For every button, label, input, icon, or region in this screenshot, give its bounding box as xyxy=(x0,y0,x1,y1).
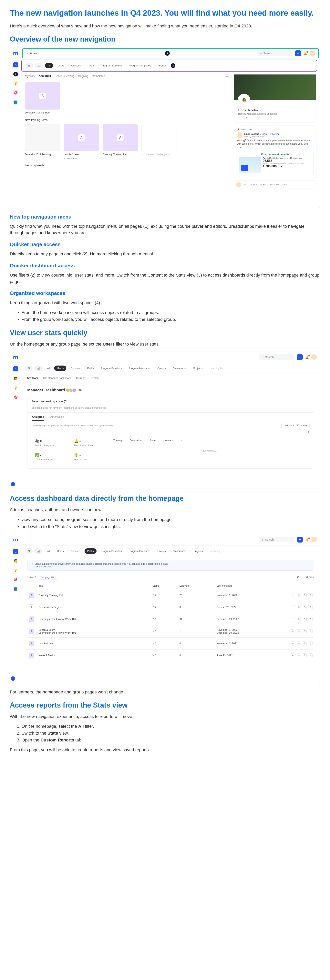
tab-overflow[interactable]: ⋯ xyxy=(225,75,230,79)
sidebar-home[interactable]: ⌂ xyxy=(13,549,18,554)
more-info-link[interactable]: More information xyxy=(35,565,52,568)
action-add[interactable]: + xyxy=(291,617,295,621)
create-button[interactable]: + xyxy=(295,50,301,56)
table-row[interactable]: A Week 1 Basics 1 0 June 13, 2022 + ⎘ ✎ … xyxy=(27,649,314,661)
action-delete[interactable]: 🗑 xyxy=(309,593,312,597)
perpage-select[interactable]: Per page 20 ⌄ xyxy=(39,575,58,579)
training-tile[interactable]: A xyxy=(25,82,60,110)
tab-continue[interactable]: Continue editing xyxy=(54,75,74,79)
tab-myteam[interactable]: My Team xyxy=(27,377,38,381)
search-input[interactable]: ⌕Search xyxy=(257,51,293,56)
action-edit[interactable]: ✎ xyxy=(303,605,307,609)
callout-2: 2 xyxy=(171,63,175,68)
filter-chip[interactable]: Program templates xyxy=(126,63,154,68)
notifications-icon[interactable]: 🔔 xyxy=(305,538,309,541)
top-nav: ⌂ Home ⌕Search + 🔔 xyxy=(22,48,319,59)
tab-assigned[interactable]: Assigned xyxy=(39,74,51,79)
training-tile[interactable] xyxy=(25,124,60,151)
text: Admins, coaches, authors, and owners can… xyxy=(10,506,320,513)
info-banner: ⓘ Create a path instead of a program, if… xyxy=(27,560,314,571)
filter-chip[interactable]: All xyxy=(45,63,53,68)
filter-chip[interactable]: Groups xyxy=(155,63,169,68)
training-tile[interactable]: A xyxy=(64,124,99,151)
table-row[interactable]: A Lunch & Learn Learning in the Flow of … xyxy=(27,625,314,637)
filter-chip[interactable]: Paths xyxy=(85,63,97,68)
user-avatar[interactable] xyxy=(311,354,317,360)
filter-button[interactable]: ⚙ Filter xyxy=(306,576,314,579)
action-edit[interactable]: ✎ xyxy=(303,617,307,621)
path-learners: 0 xyxy=(178,649,215,661)
list-view-icon[interactable]: ≡ xyxy=(302,576,303,579)
action-copy[interactable]: ⎘ xyxy=(297,641,301,646)
download-icon[interactable]: ⬇ xyxy=(27,430,314,434)
view-toggle[interactable]: 📊 xyxy=(35,63,43,68)
org-list: From the home workspace, you will access… xyxy=(22,309,320,323)
action-delete[interactable]: 🗑 xyxy=(309,629,312,633)
grid-view-icon[interactable]: ⊞ xyxy=(297,576,299,579)
filter-chip[interactable]: Users xyxy=(55,63,67,68)
period-select[interactable]: Last Month (30 days) ▾ xyxy=(281,423,309,428)
action-copy[interactable]: ⎘ xyxy=(297,605,301,609)
notifications-icon[interactable]: 🔔 xyxy=(305,355,309,359)
sidebar-home[interactable]: ⌂ xyxy=(13,366,18,371)
sidebar-item[interactable]: 💡 xyxy=(13,81,18,86)
sidebar-item[interactable]: 🎯 xyxy=(13,90,18,95)
action-copy[interactable]: ⎘ xyxy=(297,617,301,621)
app-logo: rn xyxy=(10,352,21,363)
sidebar-home[interactable]: ⌂ xyxy=(13,62,18,67)
tab-mywork[interactable]: My work xyxy=(25,75,35,79)
training-tile[interactable] xyxy=(142,124,177,151)
action-edit[interactable]: ✎ xyxy=(303,641,307,646)
action-delete[interactable]: 🗑 xyxy=(309,605,312,609)
text: Use filters (2) to view course info, use… xyxy=(10,272,320,285)
search-input[interactable]: ⌕Search xyxy=(259,537,295,542)
action-edit[interactable]: ✎ xyxy=(303,654,307,657)
action-copy[interactable]: ⎘ xyxy=(297,654,301,657)
training-tile[interactable]: A xyxy=(103,124,138,151)
action-add[interactable]: + xyxy=(291,593,295,597)
view-toggle[interactable]: ⊞ xyxy=(26,63,33,68)
view-stats[interactable]: 📊 xyxy=(34,366,43,371)
help-badge[interactable]: i xyxy=(11,676,15,681)
action-add[interactable]: + xyxy=(291,641,295,646)
table-row[interactable]: A Lunch & Learn 1 0 November 1, 2022 + ⎘… xyxy=(27,637,314,649)
home-icon[interactable]: ⌂ xyxy=(26,51,28,55)
filter-chip[interactable]: Courses xyxy=(69,63,83,68)
create-button[interactable]: + xyxy=(297,354,303,360)
screenshot-overview: rn 1 ⌂ Home ⌕Search + 🔔 ⌂ 4 💡 🎯 📘 ⊞ 📊 Al… xyxy=(10,47,320,208)
search-input[interactable]: ⌕Search xyxy=(259,354,295,360)
action-delete[interactable]: 🗑 xyxy=(309,641,312,646)
user-avatar[interactable] xyxy=(311,537,317,542)
path-learners: 23 xyxy=(178,589,215,601)
app-logo: rn xyxy=(10,48,21,59)
path-date: June 13, 2022 xyxy=(215,649,287,661)
post-menu[interactable]: ⋯ xyxy=(311,134,314,137)
breadcrumb-home[interactable]: Home xyxy=(30,52,37,55)
path-title: Learning in the Flow of Work 101 xyxy=(37,613,151,625)
action-copy[interactable]: ⎘ xyxy=(297,629,301,633)
table-row[interactable]: A Diversity Training Path 2 23 November … xyxy=(27,589,314,601)
screenshot-paths: rn ⌕Search + 🔔 ⌂ 🧑 💡 🎯 📘 i ⊞ 📊 All Users… xyxy=(10,534,320,683)
heading-dash: Access dashboard data directly from the … xyxy=(10,494,320,503)
action-copy[interactable]: ⎘ xyxy=(297,593,301,597)
user-avatar[interactable] xyxy=(309,51,315,56)
post-composer[interactable]: Post a message in Ent. & Suite EN Learno… xyxy=(234,180,316,189)
heading-qda: Quicker dashboard access xyxy=(10,262,320,269)
action-add[interactable]: + xyxy=(291,629,295,633)
action-edit[interactable]: ✎ xyxy=(303,629,307,633)
table-row[interactable]: ✎ Gamification Beginner 2 0 October 26, … xyxy=(27,601,314,613)
create-button[interactable]: + xyxy=(297,537,303,542)
action-add[interactable]: + xyxy=(291,605,295,609)
action-edit[interactable]: ✎ xyxy=(303,593,307,597)
action-delete[interactable]: 🗑 xyxy=(309,654,312,657)
table-row[interactable]: A Learning in the Flow of Work 101 1 91 … xyxy=(27,613,314,625)
view-content[interactable]: ⊞ xyxy=(25,366,33,371)
action-add[interactable]: + xyxy=(291,654,295,657)
notifications-icon[interactable]: 🔔 xyxy=(303,51,307,55)
sidebar-item[interactable]: 📘 xyxy=(13,100,18,105)
paths-table: Title Steps Learners Last modified A Div… xyxy=(27,582,314,661)
action-delete[interactable]: 🗑 xyxy=(309,617,312,621)
tab-ongoing[interactable]: Ongoing xyxy=(78,75,88,79)
tab-completed[interactable]: Completed xyxy=(92,75,105,79)
filter-chip[interactable]: Program Sessions xyxy=(99,63,125,68)
